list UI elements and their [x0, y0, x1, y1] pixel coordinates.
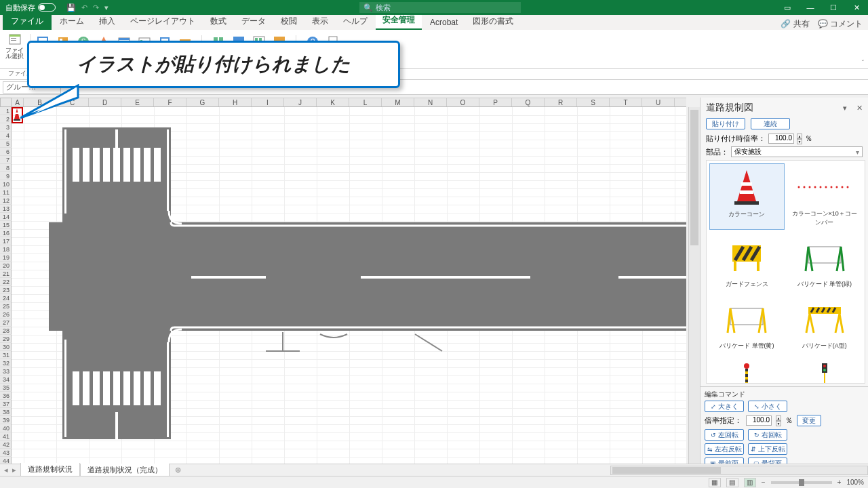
tab-page-layout[interactable]: ページレイアウト: [123, 13, 202, 30]
row-header[interactable]: 4: [0, 131, 12, 140]
col-header[interactable]: P: [479, 98, 512, 106]
gallery-item-safety-light[interactable]: 保安灯: [709, 357, 785, 384]
tab-insert[interactable]: 挿入: [92, 13, 122, 30]
col-header[interactable]: G: [186, 98, 219, 106]
tab-formulas[interactable]: 数式: [203, 13, 233, 30]
continuous-button[interactable]: 連続: [751, 118, 790, 129]
row-header[interactable]: 21: [0, 270, 12, 278]
row-header[interactable]: 35: [0, 384, 12, 392]
row-header[interactable]: 33: [0, 367, 12, 375]
row-header[interactable]: 19: [0, 253, 12, 262]
row-header[interactable]: 16: [0, 229, 12, 237]
row-header[interactable]: 36: [0, 392, 12, 400]
row-header[interactable]: 9: [0, 172, 12, 180]
gallery-item-barricade-yellow[interactable]: バリケード 単管(黄): [709, 296, 785, 353]
larger-button[interactable]: ⤢大きく: [705, 401, 744, 412]
row-header[interactable]: 40: [0, 424, 12, 432]
row-header[interactable]: 12: [0, 197, 12, 205]
sheet-nav-prev-icon[interactable]: ◂: [4, 466, 8, 474]
rotate-right-button[interactable]: ↻右回転: [748, 429, 787, 441]
tab-data[interactable]: データ: [235, 13, 273, 30]
worksheet-grid[interactable]: [12, 107, 686, 466]
flip-horizontal-button[interactable]: ⇋左右反転: [705, 443, 744, 455]
gallery-item-barricade-green[interactable]: バリケード 単管(緑): [787, 234, 863, 291]
ribbon-display-icon[interactable]: ▭: [776, 0, 799, 15]
paste-scale-input[interactable]: 100.0: [768, 134, 794, 144]
page-break-view-button[interactable]: ▥: [744, 478, 756, 487]
row-header[interactable]: 39: [0, 416, 12, 424]
rotate-left-button[interactable]: ↺左回転: [705, 429, 744, 441]
row-header[interactable]: 6: [0, 148, 12, 156]
col-header[interactable]: L: [349, 98, 382, 106]
col-header[interactable]: M: [382, 98, 414, 106]
col-header[interactable]: D: [89, 98, 121, 106]
gallery-item-guard-fence[interactable]: ガードフェンス: [709, 234, 785, 291]
col-header[interactable]: U: [642, 98, 675, 106]
tab-review[interactable]: 校閲: [274, 13, 304, 30]
col-header[interactable]: Q: [512, 98, 545, 106]
row-header[interactable]: 10: [0, 180, 12, 188]
row-header[interactable]: 14: [0, 213, 12, 221]
col-header[interactable]: F: [154, 98, 186, 106]
undo-icon[interactable]: ↶: [81, 3, 87, 12]
scale-input[interactable]: 100.0: [746, 415, 772, 426]
sheet-tab-active[interactable]: 道路規制状況: [20, 463, 80, 477]
col-header[interactable]: N: [414, 98, 447, 106]
row-header[interactable]: 26: [0, 310, 12, 319]
save-icon[interactable]: 💾: [66, 3, 76, 12]
tab-shape-format[interactable]: 図形の書式: [466, 13, 520, 30]
gallery-item-traffic-signal[interactable]: 信号機: [787, 357, 863, 384]
tab-home[interactable]: ホーム: [53, 13, 91, 30]
row-header[interactable]: 24: [0, 294, 12, 302]
row-header[interactable]: 41: [0, 432, 12, 441]
row-header[interactable]: 30: [0, 343, 12, 351]
row-header[interactable]: 18: [0, 245, 12, 253]
add-sheet-button[interactable]: ⊕: [170, 466, 186, 474]
row-header[interactable]: 3: [0, 123, 12, 131]
row-header[interactable]: 13: [0, 205, 12, 213]
qat-dropdown-icon[interactable]: ▾: [104, 3, 108, 12]
col-header[interactable]: S: [577, 98, 610, 106]
row-header[interactable]: 1: [0, 107, 12, 115]
share-button[interactable]: 🔗 共有: [781, 18, 809, 30]
flip-vertical-button[interactable]: ⇵上下反転: [748, 443, 787, 455]
col-header[interactable]: R: [545, 98, 577, 106]
tab-acrobat[interactable]: Acrobat: [423, 15, 465, 30]
row-header[interactable]: 15: [0, 221, 12, 229]
file-select-button[interactable]: ファイル選択: [5, 33, 24, 60]
page-layout-view-button[interactable]: ▤: [726, 478, 738, 487]
col-header[interactable]: T: [610, 98, 642, 106]
ribbon-collapse-icon[interactable]: ˇ: [862, 60, 864, 67]
gallery-item-cone-bar[interactable]: カラーコーン×10＋コーンバー: [787, 163, 863, 230]
col-header[interactable]: E: [121, 98, 154, 106]
gallery-item-barricade-a[interactable]: バリケード(A型): [787, 296, 863, 353]
row-header[interactable]: 43: [0, 449, 12, 457]
row-header[interactable]: 42: [0, 441, 12, 449]
row-header[interactable]: 28: [0, 327, 12, 335]
row-header[interactable]: 34: [0, 375, 12, 384]
tab-help[interactable]: ヘルプ: [336, 13, 374, 30]
zoom-out-button[interactable]: −: [762, 479, 766, 486]
vertical-scrollbar[interactable]: [688, 107, 700, 466]
col-header[interactable]: J: [284, 98, 317, 106]
zoom-value[interactable]: 100%: [846, 479, 864, 486]
row-header[interactable]: 2: [0, 115, 12, 123]
task-pane-options-icon[interactable]: ▾: [843, 104, 847, 113]
minimize-icon[interactable]: —: [799, 0, 822, 15]
scale-spinner[interactable]: ▲▼: [776, 415, 781, 426]
tab-view[interactable]: 表示: [305, 13, 335, 30]
close-icon[interactable]: ✕: [845, 0, 868, 15]
row-header[interactable]: 11: [0, 188, 12, 197]
search-box[interactable]: 🔍 検索: [359, 2, 521, 13]
paste-scale-spinner[interactable]: ▲▼: [797, 134, 802, 144]
col-header[interactable]: I: [252, 98, 284, 106]
row-header[interactable]: 27: [0, 319, 12, 327]
normal-view-button[interactable]: ▦: [709, 478, 721, 487]
task-pane-close-icon[interactable]: ✕: [856, 104, 863, 113]
gallery-item-cone[interactable]: カラーコーン: [709, 163, 785, 230]
sheet-tab-second[interactable]: 道路規制状況（完成）: [80, 464, 170, 477]
zoom-in-button[interactable]: +: [837, 479, 842, 486]
row-header[interactable]: 31: [0, 351, 12, 359]
row-header[interactable]: 17: [0, 237, 12, 245]
row-header[interactable]: 20: [0, 262, 12, 270]
